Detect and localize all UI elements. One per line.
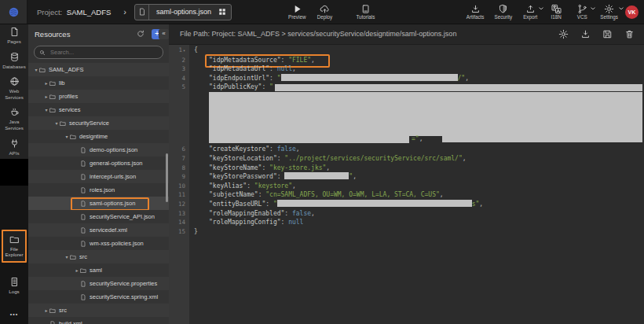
activity-bar: PagesDatabasesWeb ServicesJava ServicesA…	[0, 24, 28, 324]
chevron-collapsed-icon[interactable]: ▸	[43, 307, 49, 313]
chevron-collapsed-icon[interactable]: ▸	[43, 80, 49, 86]
tree-item-src[interactable]: ▸src	[28, 304, 169, 317]
topbar-tutorials-label: Tutorials	[356, 15, 375, 20]
resource-search[interactable]	[34, 46, 163, 59]
tree-item-label: securityService.properties	[90, 280, 157, 287]
activity-item-databases[interactable]: Databases	[0, 51, 28, 70]
delete-file-button[interactable]	[624, 29, 635, 39]
file-icon	[80, 201, 86, 207]
resources-header: Resources +	[28, 24, 169, 44]
activity-item-apis[interactable]: APIs	[0, 138, 28, 156]
line-number: 13	[169, 209, 189, 219]
tree-item-general-options.json[interactable]: general-options.json	[28, 156, 169, 170]
file-tab[interactable]: saml-options.json	[134, 4, 232, 20]
topbar-artifacts-label: Artifacts	[467, 15, 485, 20]
grid-icon[interactable]	[218, 8, 231, 16]
code-editor[interactable]: 1▾{2"idpMetadataSource": "FILE",3"idpMet…	[169, 45, 644, 324]
settings-icon	[604, 4, 614, 14]
topbar-preview-label: Preview	[288, 15, 306, 20]
line-number: 8	[169, 164, 189, 173]
code-line-5: 5"idpPublicKey": "=",	[169, 83, 644, 145]
code-line-1: 1▾{	[169, 46, 644, 56]
tree-item-lib[interactable]: ▸lib	[28, 76, 169, 90]
search-input[interactable]	[49, 48, 158, 57]
topbar-security-label: Security	[494, 15, 512, 20]
editor-settings-button[interactable]	[558, 29, 569, 39]
caret-down-icon	[539, 7, 543, 10]
project-title: Project: SAML_ADFS	[37, 8, 111, 17]
chevron-expanded-icon[interactable]: ▾	[43, 107, 49, 112]
tree-item-demo-options.json[interactable]: demo-options.json	[28, 143, 169, 156]
tree-item-profiles[interactable]: ▸profiles	[28, 90, 169, 103]
tree-item-saml-options.json[interactable]: saml-options.json	[28, 197, 169, 210]
topbar-preview-button[interactable]: Preview	[288, 4, 306, 20]
tree-scrollbar[interactable]	[166, 153, 168, 202]
activity-item-web-services[interactable]: Web Services	[0, 75, 28, 101]
avatar[interactable]: VK	[625, 6, 639, 19]
activity-item-logs[interactable]: Logs	[2, 274, 27, 297]
tree-item-src[interactable]: ▾src	[28, 250, 169, 263]
activity-bar-spacer	[0, 159, 28, 186]
topbar-settings-button[interactable]: Settings	[600, 4, 618, 20]
line-number: 4	[169, 74, 189, 83]
chevron-expanded-icon[interactable]: ▾	[33, 67, 39, 72]
folder-icon	[49, 94, 56, 100]
file-icon	[80, 227, 86, 234]
tree-item-intercept-urls.json[interactable]: intercept-urls.json	[28, 170, 169, 183]
tree-item-securityservice.spring.xml[interactable]: securityService.spring.xml	[28, 290, 169, 304]
file-icon	[80, 187, 86, 193]
code-line-4: 4"idpEndpointUrl": "/",	[169, 74, 644, 83]
chevron-right-icon[interactable]: ›	[123, 7, 126, 17]
file-icon	[80, 214, 86, 220]
line-number: 9	[169, 172, 189, 182]
refresh-icon[interactable]	[137, 30, 145, 38]
topbar-deploy-button[interactable]: Deploy	[317, 4, 332, 20]
topbar-security-button[interactable]: Security	[494, 4, 512, 20]
tree-item-saml-adfs[interactable]: ▾SAML_ADFS	[28, 63, 169, 76]
tree-item-saml[interactable]: ▸saml	[28, 263, 169, 277]
overflow-menu-button[interactable]: •••	[0, 311, 28, 317]
chevron-collapsed-icon[interactable]: ▸	[74, 267, 80, 273]
topbar-export-button[interactable]: Export	[522, 4, 538, 20]
app-logo[interactable]	[0, 0, 27, 24]
activity-item-label: Java Services	[0, 119, 28, 131]
panel-collapse-button[interactable]: «	[159, 29, 169, 39]
chevron-expanded-icon[interactable]: ▾	[53, 120, 60, 126]
tree-item-wm-xss-policies.json[interactable]: wm-xss-policies.json	[28, 237, 169, 250]
topbar-vcs-button[interactable]: VCS	[574, 4, 590, 20]
file-icon	[135, 5, 149, 20]
tree-item-build.xml[interactable]: build.xml	[28, 317, 169, 324]
redacted-value	[284, 172, 349, 179]
topbar-artifacts-button[interactable]: Artifacts	[467, 4, 485, 20]
activity-item-java-services[interactable]: Java Services	[0, 106, 28, 131]
chevron-expanded-icon[interactable]: ▾	[64, 134, 70, 139]
code-line-11: 11"subjectName": "cn=SAML_ADFS, OU=WM, O…	[169, 190, 644, 200]
folder-icon	[49, 307, 56, 314]
topbar-i18n-button[interactable]: I18N	[548, 4, 564, 20]
line-number: 7	[169, 154, 189, 164]
tree-item-securityservice-api.json[interactable]: securityService_API.json	[28, 210, 169, 223]
activity-item-file-explorer[interactable]: File Explorer	[2, 230, 27, 263]
tree-item-securityservice.properties[interactable]: securityService.properties	[28, 277, 169, 290]
pages-icon	[9, 27, 20, 37]
download-file-button[interactable]	[580, 29, 591, 39]
activity-item-label: APIs	[9, 150, 19, 156]
save-file-button[interactable]	[602, 29, 613, 39]
tree-item-roles.json[interactable]: roles.json	[28, 183, 169, 197]
tree-item-label: src	[59, 307, 67, 314]
line-number: 2	[169, 56, 189, 65]
activity-item-label: Logs	[9, 289, 19, 294]
chevron-collapsed-icon[interactable]: ▸	[43, 94, 49, 99]
fold-caret-icon[interactable]: ▾	[183, 48, 185, 53]
topbar-tutorials-button[interactable]: Tutorials	[356, 4, 375, 20]
resources-panel: Resources + ▾SAML_ADFS▸lib▸profiles▾serv…	[28, 24, 169, 324]
tree-item-label: demo-options.json	[90, 146, 137, 153]
tree-item-services[interactable]: ▾services	[28, 103, 169, 116]
code-line-3: 3"idpMetadataUrl": null,	[169, 64, 644, 74]
chevron-expanded-icon[interactable]: ▾	[64, 254, 70, 260]
activity-item-pages[interactable]: Pages	[0, 26, 28, 45]
tree-item-securityservice[interactable]: ▾securityService	[28, 116, 169, 130]
tree-item-servicedef.xml[interactable]: servicedef.xml	[28, 223, 169, 237]
tree-item-designtime[interactable]: ▾designtime	[28, 130, 169, 143]
search-icon	[39, 50, 46, 56]
